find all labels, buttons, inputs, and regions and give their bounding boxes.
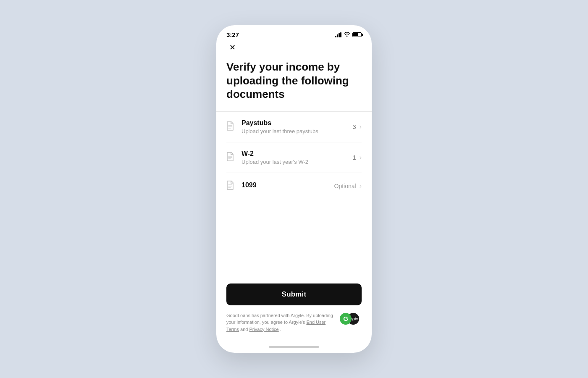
- doc-name-w2: W-2: [242, 150, 352, 158]
- doc-item-paystubs[interactable]: Paystubs Upload your last three paystubs…: [226, 112, 362, 142]
- status-time: 3:27: [226, 31, 239, 38]
- doc-name-paystubs: Paystubs: [242, 119, 352, 127]
- legal-section: GoodLoans has partnered with Argyle. By …: [226, 312, 362, 333]
- doc-desc-w2: Upload your last year's W-2: [242, 159, 352, 165]
- legal-text-2: and: [239, 327, 249, 332]
- battery-icon: [352, 32, 362, 37]
- privacy-link[interactable]: Privacy Notice: [249, 327, 278, 332]
- doc-item-w2[interactable]: W-2 Upload your last year's W-2 1 ›: [226, 142, 362, 173]
- bottom-area: Submit GoodLoans has partnered with Argy…: [226, 284, 362, 341]
- chevron-icon-w2: ›: [360, 154, 362, 161]
- doc-info-paystubs: Paystubs Upload your last three paystubs: [242, 119, 352, 134]
- home-indicator: [216, 341, 372, 353]
- legal-text-3: .: [279, 327, 281, 332]
- legal-text: GoodLoans has partnered with Argyle. By …: [226, 312, 336, 333]
- status-icons: [335, 32, 362, 38]
- phone-frame: 3:27 ✕ Ver: [216, 25, 372, 353]
- chevron-icon-paystubs: ›: [360, 123, 362, 131]
- doc-desc-paystubs: Upload your last three paystubs: [242, 128, 352, 134]
- doc-file-icon-1099: [226, 181, 236, 192]
- chevron-icon-1099: ›: [360, 182, 362, 190]
- content-area: ✕ Verify your income by uploading the fo…: [216, 42, 372, 341]
- document-list: Paystubs Upload your last three paystubs…: [226, 112, 362, 284]
- doc-count-w2: 1: [352, 154, 356, 161]
- goodloans-logo: G: [340, 313, 352, 325]
- submit-button[interactable]: Submit: [226, 284, 362, 305]
- signal-icon: [335, 32, 341, 37]
- doc-meta-w2: 1 ›: [352, 154, 362, 161]
- partner-logos: G argyle: [340, 312, 362, 326]
- doc-meta-1099: Optional ›: [334, 182, 362, 190]
- doc-info-1099: 1099: [242, 181, 334, 190]
- wifi-icon: [344, 32, 350, 38]
- doc-optional-label-1099: Optional: [334, 183, 356, 189]
- doc-meta-paystubs: 3 ›: [352, 123, 362, 131]
- doc-count-paystubs: 3: [352, 123, 356, 130]
- close-icon: ✕: [229, 44, 236, 51]
- doc-info-w2: W-2 Upload your last year's W-2: [242, 150, 352, 165]
- doc-file-icon-paystubs: [226, 121, 236, 132]
- doc-file-icon-w2: [226, 152, 236, 163]
- home-bar: [269, 346, 319, 348]
- status-bar: 3:27: [216, 25, 372, 42]
- close-button[interactable]: ✕: [226, 42, 238, 53]
- doc-name-1099: 1099: [242, 181, 334, 189]
- doc-item-1099[interactable]: 1099 Optional ›: [226, 173, 362, 199]
- page-heading: Verify your income by uploading the foll…: [226, 60, 362, 101]
